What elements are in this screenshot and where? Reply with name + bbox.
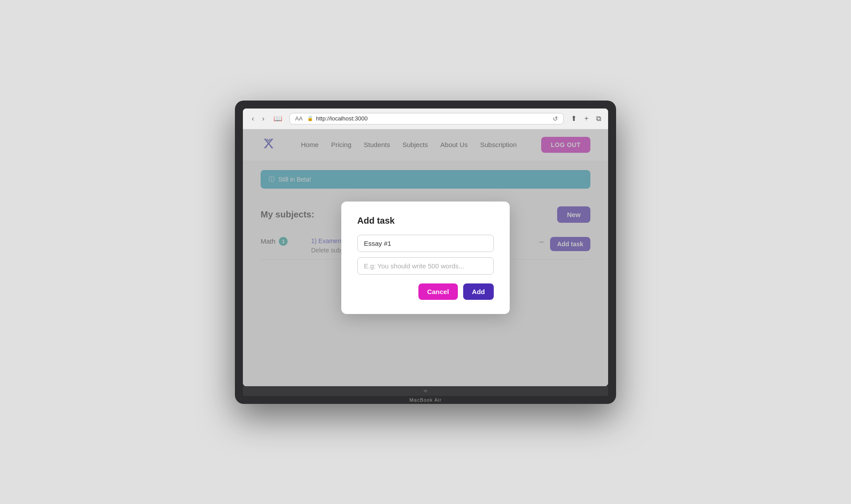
browser-nav: ‹ ›: [250, 114, 266, 124]
address-bar[interactable]: AA 🔒 http://localhost:3000 ↺: [289, 113, 564, 124]
forward-button[interactable]: ›: [260, 114, 266, 124]
browser-chrome: ‹ › 📖 AA 🔒 http://localhost:3000 ↺ ⬆ ＋ ⧉: [243, 109, 608, 129]
laptop-bottom-bar: [243, 386, 608, 396]
laptop-notch: [424, 390, 427, 392]
website-content: Home Pricing Students Subjects About Us …: [243, 129, 608, 386]
modal-actions: Cancel Add: [357, 283, 494, 300]
laptop-frame: ‹ › 📖 AA 🔒 http://localhost:3000 ↺ ⬆ ＋ ⧉: [235, 101, 616, 404]
share-icon[interactable]: ⬆: [571, 114, 577, 123]
laptop-screen: ‹ › 📖 AA 🔒 http://localhost:3000 ↺ ⬆ ＋ ⧉: [243, 109, 608, 386]
task-description-input[interactable]: [357, 257, 494, 275]
task-name-input[interactable]: [357, 235, 494, 252]
add-task-modal: Add task Cancel Add: [341, 202, 510, 314]
new-tab-icon[interactable]: ＋: [583, 114, 590, 123]
modal-title: Add task: [357, 216, 494, 226]
browser-icons-right: ⬆ ＋ ⧉: [571, 114, 601, 123]
browser-icons-left: 📖: [273, 114, 282, 123]
back-button[interactable]: ‹: [250, 114, 256, 124]
add-button[interactable]: Add: [463, 283, 494, 300]
tabs-icon[interactable]: ⧉: [596, 115, 601, 123]
modal-overlay: Add task Cancel Add: [243, 129, 608, 386]
aa-label: AA: [295, 115, 303, 122]
lock-icon: 🔒: [307, 116, 313, 121]
laptop-base: MacBook Air: [243, 396, 608, 404]
url-text: http://localhost:3000: [316, 115, 367, 122]
reload-icon[interactable]: ↺: [553, 115, 558, 122]
cancel-button[interactable]: Cancel: [418, 283, 458, 300]
bookmarks-icon[interactable]: 📖: [273, 114, 282, 123]
laptop-label: MacBook Air: [410, 397, 442, 403]
